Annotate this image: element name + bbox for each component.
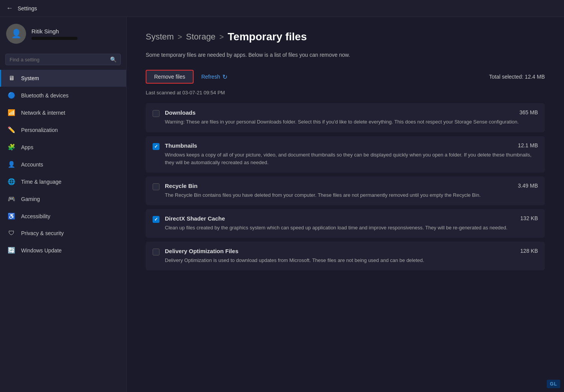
file-item-content-2: Recycle Bin 3.49 MB The Recycle Bin cont… [165,183,538,199]
sidebar-item-gaming[interactable]: 🎮 Gaming [0,190,126,208]
nav-label-accessibility: Accessibility [21,213,50,219]
title-bar: ← Settings [0,0,564,17]
file-item-desc-0: Warning: These are files in your persona… [165,118,538,126]
nav-label-time: Time & language [21,179,61,185]
file-item-name-0: Downloads [165,109,196,116]
breadcrumb-current: Temporary files [228,31,307,43]
nav-label-accounts: Accounts [21,161,43,168]
file-item-size-1: 12.1 MB [518,142,538,148]
breadcrumb-sep1: > [178,33,182,41]
search-input[interactable] [10,57,107,63]
user-name: Ritik Singh [31,28,77,35]
watermark: GL [547,380,560,388]
last-scanned: Last scanned at 03-07-21 09:54 PM [146,90,545,96]
file-item-size-0: 365 MB [520,109,538,115]
sidebar: 👤 Ritik Singh 🔍 🖥 System 🔵 Bluetooth & d… [0,17,127,392]
sidebar-item-network[interactable]: 📶 Network & internet [0,104,126,121]
refresh-label: Refresh [201,74,220,80]
file-checkbox-4[interactable] [153,249,159,255]
sidebar-item-bluetooth[interactable]: 🔵 Bluetooth & devices [0,87,126,104]
sidebar-item-privacy[interactable]: 🛡 Privacy & security [0,225,126,242]
total-selected: Total selected: 12.4 MB [489,74,545,80]
refresh-icon: ↻ [222,73,227,81]
file-item: DirectX Shader Cache 132 KB Clean up fil… [146,209,545,238]
avatar: 👤 [6,24,26,44]
nav-items: 🖥 System 🔵 Bluetooth & devices 📶 Network… [0,70,126,259]
nav-icon-privacy: 🛡 [7,230,16,237]
file-item-header-2: Recycle Bin 3.49 MB [165,183,538,189]
nav-label-bluetooth: Bluetooth & devices [21,92,69,99]
file-item-content-4: Delivery Optimization Files 128 KB Deliv… [165,248,538,264]
sidebar-item-system[interactable]: 🖥 System [0,70,126,87]
search-icon: 🔍 [110,56,117,63]
file-item-content-0: Downloads 365 MB Warning: These are file… [165,109,538,126]
nav-icon-network: 📶 [7,109,16,116]
file-item-header-4: Delivery Optimization Files 128 KB [165,248,538,254]
nav-icon-system: 🖥 [7,75,16,82]
user-profile: 👤 Ritik Singh [0,17,126,51]
page-description: Some temporary files are needed by apps.… [146,51,414,59]
nav-icon-personalization: ✏️ [7,126,16,133]
nav-label-update: Windows Update [21,247,62,254]
sidebar-item-personalization[interactable]: ✏️ Personalization [0,121,126,138]
back-button[interactable]: ← [6,4,13,12]
file-item-header-1: Thumbnails 12.1 MB [165,142,538,149]
user-status-bar [31,37,77,40]
nav-icon-accounts: 👤 [7,161,16,168]
sidebar-item-accessibility[interactable]: ♿ Accessibility [0,208,126,225]
file-item-header-0: Downloads 365 MB [165,109,538,116]
nav-label-apps: Apps [21,144,33,150]
file-item-size-2: 3.49 MB [518,183,538,189]
file-checkbox-2[interactable] [153,183,159,190]
nav-icon-gaming: 🎮 [7,195,16,203]
nav-label-network: Network & internet [21,110,65,116]
nav-icon-bluetooth: 🔵 [7,92,16,99]
file-item-name-2: Recycle Bin [165,183,197,189]
file-item: Thumbnails 12.1 MB Windows keeps a copy … [146,136,545,173]
nav-label-personalization: Personalization [21,127,58,133]
content-area: System > Storage > Temporary files Some … [127,17,564,392]
file-checkbox-3[interactable] [153,216,159,223]
file-item-name-4: Delivery Optimization Files [165,248,238,254]
search-box[interactable]: 🔍 [5,54,121,65]
nav-icon-update: 🔄 [7,247,16,254]
nav-label-privacy: Privacy & security [21,230,64,236]
file-item-desc-4: Delivery Optimization is used to downloa… [165,257,538,264]
file-item-header-3: DirectX Shader Cache 132 KB [165,215,538,222]
file-item: Recycle Bin 3.49 MB The Recycle Bin cont… [146,176,545,205]
sidebar-item-accounts[interactable]: 👤 Accounts [0,156,126,173]
file-items-list: Downloads 365 MB Warning: These are file… [146,103,545,270]
app-title: Settings [18,5,37,12]
file-item-name-1: Thumbnails [165,142,197,149]
sidebar-item-update[interactable]: 🔄 Windows Update [0,242,126,259]
file-checkbox-1[interactable] [153,143,159,150]
file-item-size-4: 128 KB [520,248,538,254]
file-item-desc-1: Windows keeps a copy of all of your pict… [165,151,538,166]
file-item-desc-3: Clean up files created by the graphics s… [165,224,538,232]
actions-row: Remove files Refresh ↻ Total selected: 1… [146,70,545,84]
file-item-content-1: Thumbnails 12.1 MB Windows keeps a copy … [165,142,538,166]
user-info: Ritik Singh [31,28,77,40]
breadcrumb: System > Storage > Temporary files [146,31,545,43]
file-item: Delivery Optimization Files 128 KB Deliv… [146,242,545,270]
breadcrumb-sep2: > [219,33,224,41]
nav-icon-time: 🌐 [7,178,16,185]
main-layout: 👤 Ritik Singh 🔍 🖥 System 🔵 Bluetooth & d… [0,17,564,392]
breadcrumb-storage: Storage [186,32,215,42]
nav-icon-apps: 🧩 [7,143,16,151]
sidebar-item-apps[interactable]: 🧩 Apps [0,138,126,156]
breadcrumb-system: System [146,32,174,42]
sidebar-item-time[interactable]: 🌐 Time & language [0,173,126,190]
file-item-desc-2: The Recycle Bin contains files you have … [165,191,538,199]
nav-icon-accessibility: ♿ [7,212,16,220]
file-item-name-3: DirectX Shader Cache [165,215,225,222]
file-checkbox-0[interactable] [153,110,159,117]
file-item: Downloads 365 MB Warning: These are file… [146,103,545,132]
nav-label-system: System [21,75,39,81]
file-item-size-3: 132 KB [520,215,538,221]
nav-label-gaming: Gaming [21,196,40,202]
file-item-content-3: DirectX Shader Cache 132 KB Clean up fil… [165,215,538,232]
remove-files-button[interactable]: Remove files [146,70,194,84]
refresh-button[interactable]: Refresh ↻ [201,73,227,81]
